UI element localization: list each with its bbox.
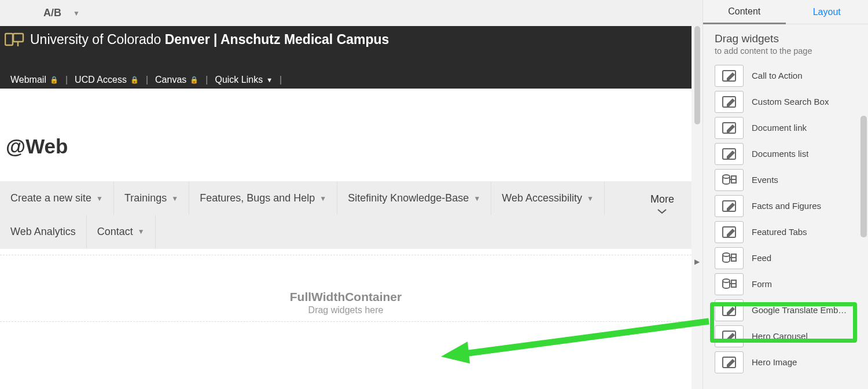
widget-label: Facts and Figures [752,201,821,211]
widget-label: Feed [752,253,771,263]
nav-analytics[interactable]: Web Analytics [0,215,87,248]
caret-down-icon: ▼ [138,227,145,236]
site-header: University of Colorado Denver | Anschutz… [0,26,692,89]
content-widget-icon [715,117,744,139]
separator: | [65,75,68,85]
page-title-area: @Web [0,89,692,181]
util-webmail[interactable]: Webmail 🔒 [10,75,58,85]
widget-item-documents-list[interactable]: Documents list [715,141,856,167]
content-widget-icon [715,91,744,113]
nav-trainings[interactable]: Trainings▼ [114,182,189,215]
util-quick-links[interactable]: Quick Links ▼ [215,75,273,85]
caret-down-icon: ▼ [96,195,103,203]
content-widget-icon [715,351,744,373]
widget-label: Documents list [752,149,808,159]
site-brand: University of Colorado Denver | Anschutz… [5,26,692,48]
separator: | [146,75,148,85]
util-ucd-access[interactable]: UCD Access 🔒 [75,75,139,85]
tab-layout[interactable]: Layout [786,0,869,24]
widget-label: Call to Action [752,71,803,80]
svg-rect-1 [13,34,23,42]
nav-features[interactable]: Features, Bugs and Help▼ [189,182,337,215]
nav-contact[interactable]: Contact▼ [87,215,156,248]
widget-panel: Content Layout Drag widgets to add conte… [703,0,868,389]
widget-item-call-to-action[interactable]: Call to Action [715,63,856,89]
nav-accessibility[interactable]: Web Accessibility▼ [491,182,605,215]
panel-tabs: Content Layout [703,0,868,24]
drop-zone-hint: Drag widgets here [0,305,692,315]
caret-down-icon: ▼ [266,76,273,83]
content-widget-icon [715,299,744,321]
content-widget-icon [715,143,744,165]
lock-icon: 🔒 [130,76,139,84]
widget-item-custom-search-box[interactable]: Custom Search Box [715,89,856,115]
widget-item-featured-tabs[interactable]: Featured Tabs [715,219,856,245]
widget-label: Custom Search Box [752,97,829,107]
panel-header: Drag widgets to add content to the page [703,24,868,60]
caret-down-icon: ▼ [171,195,178,203]
widget-item-hero-image[interactable]: Hero Image [715,349,856,375]
panel-scrollbar[interactable] [860,116,867,237]
data-widget-icon [715,273,744,295]
widget-item-document-link[interactable]: Document link [715,115,856,141]
data-widget-icon [715,169,744,191]
widget-item-form[interactable]: Form [715,271,856,297]
widget-label: Featured Tabs [752,227,807,237]
widget-label: Google Translate Emb… [752,305,847,315]
widget-item-google-translate-emb[interactable]: Google Translate Emb… [715,297,856,323]
chevron-down-icon [650,207,674,217]
widget-label: Events [752,175,778,185]
drop-zone-title: FullWidthContainer [0,290,692,304]
lock-icon: 🔒 [190,76,198,84]
widget-item-hero-carousel[interactable]: Hero Carousel [715,323,856,349]
lock-icon: 🔒 [50,76,58,84]
nav-more[interactable]: More [650,193,674,217]
caret-down-icon: ▼ [319,195,326,203]
brand-text: University of Colorado Denver | Anschutz… [30,32,389,47]
content-widget-icon [715,195,744,217]
caret-down-icon: ▼ [473,195,480,203]
widget-item-events[interactable]: Events [715,167,856,193]
page-title: @Web [6,135,692,158]
ab-caret-icon[interactable]: ▼ [73,9,80,17]
panel-divider[interactable]: ▶ [692,26,703,389]
panel-header-sub: to add content to the page [715,46,856,56]
data-widget-icon [715,247,744,269]
caret-down-icon: ▼ [587,195,594,203]
separator: | [205,75,208,85]
widget-label: Hero Image [752,357,797,367]
utility-nav: Webmail 🔒 | UCD Access 🔒 | Canvas 🔒 | Qu… [5,71,692,89]
separator: | [279,75,282,85]
content-widget-icon [715,65,744,87]
nav-create-site[interactable]: Create a new site▼ [0,182,114,215]
widget-item-facts-and-figures[interactable]: Facts and Figures [715,193,856,219]
ab-test-label[interactable]: A/B [43,7,61,19]
expand-arrow-icon[interactable]: ▶ [694,258,700,266]
widget-list: Call to ActionCustom Search BoxDocument … [703,60,868,381]
drop-zone-fullwidth[interactable]: FullWidthContainer Drag widgets here [0,255,692,322]
scroll-handle[interactable] [694,26,700,124]
content-widget-icon [715,325,744,347]
content-widget-icon [715,221,744,243]
widget-label: Hero Carousel [752,331,808,341]
secondary-nav-wrap: Create a new site▼ Trainings▼ Features, … [0,181,692,249]
nav-kb[interactable]: Sitefinity Knowledge-Base▼ [337,182,491,215]
panel-header-title: Drag widgets [715,32,856,45]
secondary-nav: Create a new site▼ Trainings▼ Features, … [0,182,692,248]
editor-area: University of Colorado Denver | Anschutz… [0,26,692,389]
widget-item-feed[interactable]: Feed [715,245,856,271]
util-canvas[interactable]: Canvas 🔒 [155,75,198,85]
widget-label: Form [752,279,772,289]
tab-content[interactable]: Content [703,0,786,24]
svg-rect-0 [5,34,13,45]
cu-logo-icon [5,31,24,48]
widget-label: Document link [752,123,807,133]
